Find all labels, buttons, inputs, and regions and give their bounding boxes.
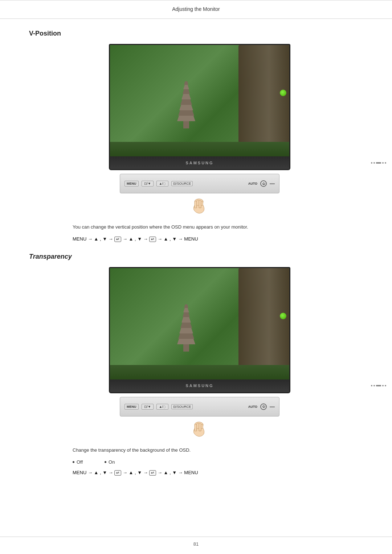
page-header: Adjusting the Monitor [0,3,392,19]
ctrl-dot-1 [371,162,372,164]
samsung-logo-1: SAMSUNG [185,161,213,165]
header-title: Adjusting the Monitor [172,6,220,12]
cp1-btn3: ⊟/SOURCE [171,181,193,186]
svg-marker-1 [177,116,195,121]
bullet-dot-1 [73,461,74,463]
control-panel-1: MENU ⊡/▼ ▲/◌ ⊟/SOURCE AUTO ⏻ — [120,174,279,193]
bullet-item-on: On [105,459,115,465]
ctrl-dot-6 [373,385,375,386]
cp2-btn2: ▲/◌ [156,404,168,410]
monitor-controls-2 [371,385,386,386]
svg-rect-10 [195,201,197,208]
ctrl-dot-4 [385,162,386,164]
svg-marker-17 [179,328,193,333]
green-ball-2 [280,313,286,319]
power-symbol-2: ⏻ [262,405,265,408]
cp2-minus: — [270,404,275,410]
cp2-btn3: ⊟/SOURCE [171,404,193,409]
hand-area-2 [29,418,370,439]
monitor2-bezel: SAMSUNG [109,379,290,393]
svg-marker-22 [184,304,188,308]
kbd-enter-4: ↵ [149,470,156,476]
monitor2-screen [109,267,290,379]
cp2-power: ⏻ [260,403,267,410]
ctrl-dot-2 [373,162,375,164]
power-symbol-1: ⏻ [262,182,265,185]
ctrl-dot-7 [382,385,384,386]
tree-trunk-right-2 [238,268,289,379]
kbd-enter-3: ↵ [114,470,121,476]
cp1-btn2: ▲/◌ [156,181,168,186]
pagoda-svg [175,56,197,128]
cp1-btn1: ⊡/▼ [142,181,154,186]
monitor1-screen [109,44,290,156]
svg-marker-3 [179,105,193,110]
section1-description: You can change the vertical position whe… [73,223,370,231]
monitor1-wrapper: SAMSUNG [29,44,370,170]
cp1-source: ⊟/SOURCE [171,181,193,186]
svg-marker-2 [178,110,194,116]
nature-scene-2 [110,268,289,379]
hand-svg-1 [185,194,214,216]
kbd-enter-1: ↵ [114,237,121,242]
menu-sequence-1: MENU → ▲ , ▼ → ↵ → ▲ , ▼ → ↵ → ▲ , ▼ → M… [73,236,370,242]
cp2-auto: AUTO [248,405,257,409]
bullet-label-off: Off [77,459,83,465]
monitor2-image: SAMSUNG [109,267,290,393]
svg-rect-0 [183,121,189,128]
page-number: 81 [193,541,199,547]
svg-rect-12 [199,200,201,208]
svg-marker-5 [181,94,191,99]
green-ball [280,90,286,96]
cp1-minus: — [270,181,275,186]
control-panel-2: MENU ⊡/▼ ▲/◌ ⊟/SOURCE AUTO ⏻ — [120,397,279,416]
menu-sequence-2: MENU → ▲ , ▼ → ↵ → ▲ , ▼ → ↵ → ▲ , ▼ → M… [73,470,370,476]
svg-rect-24 [195,424,197,431]
section1-heading: V-Position [29,30,370,37]
bullet-item-off: Off [73,459,83,465]
svg-marker-6 [183,89,190,94]
cp2-menu: MENU [124,404,139,410]
bullet-row: Off On [73,459,370,465]
samsung-logo-2: SAMSUNG [185,383,213,388]
svg-marker-8 [184,81,188,85]
ground-2 [110,365,289,379]
cp2-source: ⊟/SOURCE [171,404,193,409]
svg-marker-19 [181,317,191,323]
cp1-menu: MENU [124,181,139,186]
hand-svg-2 [185,418,214,439]
bullet-label-on: On [109,459,115,465]
ctrl-dot-8 [385,385,386,386]
svg-marker-15 [177,339,195,344]
svg-marker-18 [180,323,192,328]
ground [110,142,289,156]
monitor-controls-1 [371,162,386,164]
content-area: V-Position [0,19,392,501]
svg-marker-7 [183,85,189,89]
monitor1-image: SAMSUNG [109,44,290,170]
pagoda-svg-2 [175,279,197,352]
nature-scene-1 [110,45,289,156]
svg-marker-20 [183,312,190,317]
top-border [0,0,392,0]
control-panel1-wrapper: MENU ⊡/▼ ▲/◌ ⊟/SOURCE AUTO ⏻ — [29,174,370,193]
cp1-power: ⏻ [260,180,267,187]
page-footer: 81 [0,537,392,547]
svg-marker-21 [183,308,189,312]
cp2-btn1: ⊡/▼ [142,404,154,410]
bullet-dot-2 [105,461,106,463]
page-container: Adjusting the Monitor V-Position [0,0,392,554]
ctrl-bar [376,162,381,164]
hand-area-1 [29,194,370,216]
kbd-enter-2: ↵ [149,237,156,242]
svg-rect-26 [199,423,201,431]
svg-rect-14 [183,344,189,352]
cp1-auto: AUTO [248,182,257,185]
svg-marker-16 [178,333,194,339]
ctrl-bar-2 [376,385,381,386]
monitor1-bezel: SAMSUNG [109,156,290,170]
tree-trunk-right [238,45,289,156]
monitor2-wrapper: SAMSUNG [29,267,370,393]
ctrl-dot-5 [371,385,372,386]
svg-marker-4 [180,99,192,105]
